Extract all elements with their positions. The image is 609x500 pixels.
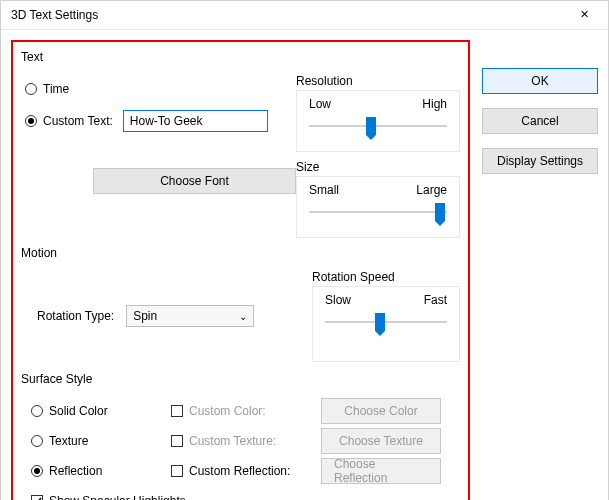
time-radio[interactable] [25, 83, 37, 95]
size-slider-box: SmallLarge [296, 176, 460, 238]
chevron-down-icon: ⌄ [239, 311, 247, 322]
size-small: Small [309, 183, 339, 197]
choose-reflection-button[interactable]: Choose Reflection [321, 458, 441, 484]
resolution-high: High [422, 97, 447, 111]
reflection-label: Reflection [49, 464, 102, 478]
solid-color-label: Solid Color [49, 404, 108, 418]
ok-button[interactable]: OK [482, 68, 598, 94]
close-button[interactable]: ✕ [564, 3, 604, 25]
speed-fast: Fast [424, 293, 447, 307]
choose-color-button[interactable]: Choose Color [321, 398, 441, 424]
rotation-type-value: Spin [133, 309, 157, 323]
close-icon: ✕ [580, 8, 589, 21]
resolution-label: Resolution [296, 74, 460, 88]
titlebar: 3D Text Settings ✕ [1, 1, 608, 30]
specular-label: Show Specular Highlights [49, 494, 186, 500]
rotation-speed-label: Rotation Speed [312, 270, 460, 284]
cancel-button[interactable]: Cancel [482, 108, 598, 134]
size-label: Size [296, 160, 460, 174]
custom-reflection-check[interactable] [171, 465, 183, 477]
motion-group-label: Motion [21, 246, 460, 264]
custom-texture-check[interactable] [171, 435, 183, 447]
solid-color-radio[interactable] [31, 405, 43, 417]
texture-label: Texture [49, 434, 88, 448]
custom-text-input[interactable] [123, 110, 268, 132]
resolution-low: Low [309, 97, 331, 111]
specular-check[interactable] [31, 495, 43, 500]
custom-texture-label: Custom Texture: [189, 434, 276, 448]
custom-text-label: Custom Text: [43, 114, 113, 128]
size-slider[interactable] [309, 203, 447, 223]
resolution-thumb[interactable] [366, 117, 376, 135]
custom-color-label: Custom Color: [189, 404, 266, 418]
choose-font-button[interactable]: Choose Font [93, 168, 296, 194]
speed-slow: Slow [325, 293, 351, 307]
resolution-slider[interactable] [309, 117, 447, 137]
text-group-label: Text [21, 50, 460, 68]
size-large: Large [416, 183, 447, 197]
custom-color-check[interactable] [171, 405, 183, 417]
custom-reflection-label: Custom Reflection: [189, 464, 290, 478]
surface-group-label: Surface Style [21, 372, 460, 390]
rotation-type-label: Rotation Type: [37, 309, 114, 323]
rotation-type-combo[interactable]: Spin ⌄ [126, 305, 254, 327]
window-title: 3D Text Settings [1, 8, 98, 22]
speed-thumb[interactable] [375, 313, 385, 331]
custom-text-radio[interactable] [25, 115, 37, 127]
resolution-slider-box: LowHigh [296, 90, 460, 152]
rotation-speed-slider-box: SlowFast [312, 286, 460, 362]
choose-texture-button[interactable]: Choose Texture [321, 428, 441, 454]
time-label: Time [43, 82, 69, 96]
main-panel: Text Time Custom Text: Choose Font [11, 40, 470, 500]
texture-radio[interactable] [31, 435, 43, 447]
reflection-radio[interactable] [31, 465, 43, 477]
size-thumb[interactable] [435, 203, 445, 221]
rotation-speed-slider[interactable] [325, 313, 447, 333]
display-settings-button[interactable]: Display Settings [482, 148, 598, 174]
